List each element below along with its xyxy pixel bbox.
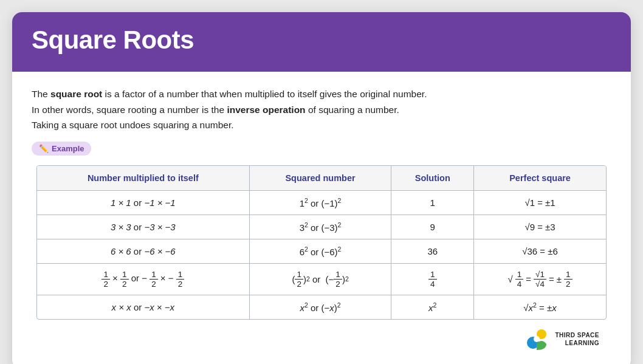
desc-bold1: square root [50, 89, 102, 99]
pencil-icon: ✏️ [39, 144, 49, 153]
cell-r3-c1: 6 × 6 or −6 × −6 [37, 239, 249, 263]
main-card: Square Roots The square root is a factor… [12, 12, 631, 364]
desc-pre2: In other words, square rooting a number … [32, 105, 227, 115]
col-header-1: Number multiplied to itself [37, 166, 249, 191]
cell-r2-c3: 9 [391, 215, 474, 239]
tsl-icon [523, 326, 550, 352]
cell-r1-c4: √1 = ±1 [474, 190, 606, 215]
cell-r3-c4: √36 = ±6 [474, 239, 606, 263]
cell-r1-c2: 12 or (−1)2 [249, 190, 391, 215]
cell-r4-c4: √14 = √1√4 = ±12 [474, 263, 606, 295]
header-section: Square Roots [12, 12, 631, 72]
cell-r2-c2: 32 or (−3)2 [249, 215, 391, 239]
col-header-3: Solution [391, 166, 474, 191]
desc-pre1: The [32, 89, 50, 99]
table-row: x × x or −x × −x x2 or (−x)2 x2 √x2 = ±x [37, 295, 606, 319]
table-row: 1 × 1 or −1 × −1 12 or (−1)2 1 √1 = ±1 [37, 190, 606, 215]
cell-r1-c1: 1 × 1 or −1 × −1 [37, 190, 249, 215]
cell-r5-c2: x2 or (−x)2 [249, 295, 391, 319]
page-title: Square Roots [32, 26, 611, 55]
svg-point-2 [534, 336, 540, 342]
desc-post1: is a factor of a number that when multip… [102, 89, 427, 99]
table-row: 12 × 12 or − 12 × − 12 (12)2 or [37, 263, 606, 295]
tsl-logo: THIRD SPACE LEARNING [523, 326, 599, 352]
cell-r3-c3: 36 [391, 239, 474, 263]
cell-r5-c4: √x2 = ±x [474, 295, 606, 319]
desc-post2: of squaring a number. [306, 105, 399, 115]
brand-line2: LEARNING [565, 340, 599, 346]
cell-r1-c3: 1 [391, 190, 474, 215]
table-header-row: Number multiplied to itself Squared numb… [37, 166, 606, 191]
col-header-4: Perfect square [474, 166, 606, 191]
table-row: 6 × 6 or −6 × −6 62 or (−6)2 36 √36 = ±6 [37, 239, 606, 263]
cell-r2-c1: 3 × 3 or −3 × −3 [37, 215, 249, 239]
cell-r5-c3: x2 [391, 295, 474, 319]
content-section: The square root is a factor of a number … [12, 72, 631, 364]
cell-r5-c1: x × x or −x × −x [37, 295, 249, 319]
cell-r4-c3: 14 [391, 263, 474, 295]
cell-r4-c1: 12 × 12 or − 12 × − 12 [37, 263, 249, 295]
description-paragraph: The square root is a factor of a number … [32, 86, 611, 133]
col-header-2: Squared number [249, 166, 391, 191]
brand-line1: THIRD SPACE [555, 332, 599, 338]
table-row: 3 × 3 or −3 × −3 32 or (−3)2 9 √9 = ±3 [37, 215, 606, 239]
cell-r3-c2: 62 or (−6)2 [249, 239, 391, 263]
cell-r2-c4: √9 = ±3 [474, 215, 606, 239]
desc-line3: Taking a square root undoes squaring a n… [32, 120, 234, 130]
square-roots-table: Number multiplied to itself Squared numb… [37, 166, 606, 319]
table-wrapper: Number multiplied to itself Squared numb… [36, 165, 607, 320]
cell-r4-c2: (12)2 or (−12)2 [249, 263, 391, 295]
desc-bold2: inverse operation [227, 105, 305, 115]
example-label: Example [52, 144, 84, 153]
example-badge: ✏️ Example [32, 142, 91, 156]
footer-section: THIRD SPACE LEARNING [32, 320, 611, 357]
brand-text: THIRD SPACE LEARNING [555, 331, 599, 347]
